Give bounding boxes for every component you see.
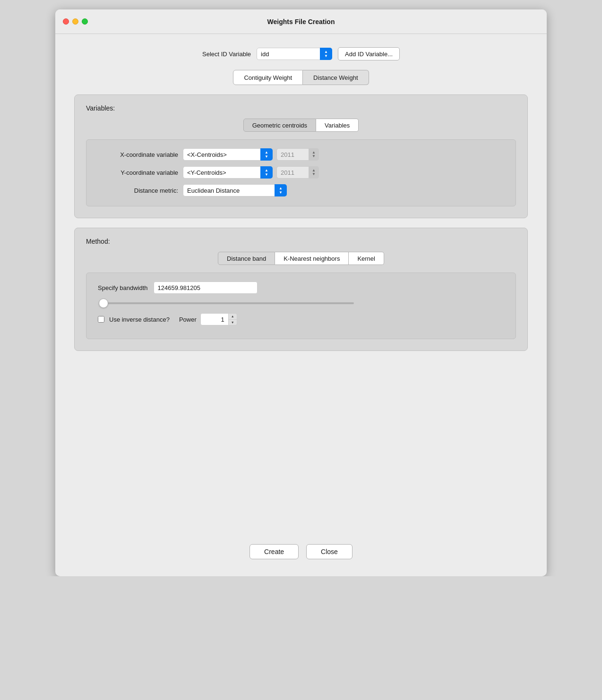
power-spinners[interactable]: ▲ ▼ [229,313,237,325]
tab-contiguity-weight[interactable]: Contiguity Weight [233,70,303,85]
method-section: Method: Distance band K-Nearest neighbor… [74,228,528,351]
y-year-select[interactable]: 2011 [276,166,319,179]
metric-select[interactable]: Euclidean Distance [183,184,287,196]
method-tabs-row: Distance band K-Nearest neighbors Kernel [86,252,516,265]
method-inner-panel: Specify bandwidth Use inverse distance? … [86,273,516,339]
power-label: Power [179,316,197,323]
add-id-variable-button[interactable]: Add ID Variable... [338,47,400,60]
main-tabs-row: Contiguity Weight Distance Weight [74,70,528,85]
x-year-select[interactable]: 2011 [276,148,319,161]
power-decrement-button[interactable]: ▼ [229,320,237,325]
bandwidth-label: Specify bandwidth [98,284,148,291]
main-window: Weights File Creation Select ID Variable… [55,9,547,576]
method-tab-kernel[interactable]: Kernel [349,252,384,265]
bandwidth-input[interactable] [154,282,258,294]
window-title: Weights File Creation [267,18,335,26]
method-section-label: Method: [86,238,516,245]
y-coordinate-select-wrap: <Y-Centroids> ▲ ▼ [183,166,273,179]
method-tab-k-nearest[interactable]: K-Nearest neighbors [275,252,349,265]
id-variable-label: Select ID Variable [202,51,251,58]
inverse-distance-row: Use inverse distance? Power ▲ ▼ [98,313,504,325]
y-year-select-wrap: 2011 ▲ ▼ [276,166,319,179]
method-tab-distance-band[interactable]: Distance band [218,252,275,265]
power-input-wrap: ▲ ▼ [200,313,237,325]
minimize-window-button[interactable] [72,18,78,25]
sub-tab-geometric-centroids[interactable]: Geometric centroids [243,119,316,132]
variables-inner-panel: X-coordinate variable <X-Centroids> ▲ ▼ … [86,139,516,206]
inverse-distance-label: Use inverse distance? [109,316,170,323]
variables-sub-tabs-row: Geometric centroids Variables [86,119,516,132]
y-coordinate-select[interactable]: <Y-Centroids> [183,166,273,179]
power-input[interactable] [200,313,229,325]
distance-metric-label: Distance metric: [98,187,178,194]
create-button[interactable]: Create [249,544,299,559]
bandwidth-row: Specify bandwidth [98,282,504,294]
x-coordinate-label: X-coordinate variable [98,151,178,158]
id-variable-row: Select ID Variable idd ▲ ▼ Add ID Variab… [74,47,528,60]
title-bar: Weights File Creation [55,9,547,34]
maximize-window-button[interactable] [82,18,88,25]
metric-select-wrap: Euclidean Distance ▲ ▼ [183,184,287,196]
close-button[interactable]: Close [306,544,353,559]
x-year-select-wrap: 2011 ▲ ▼ [276,148,319,161]
sub-tab-variables[interactable]: Variables [316,119,359,132]
traffic-lights [63,18,88,25]
inverse-distance-checkbox[interactable] [98,316,104,323]
tab-distance-weight[interactable]: Distance Weight [303,70,369,85]
footer: Create Close [55,535,547,576]
x-coordinate-row: X-coordinate variable <X-Centroids> ▲ ▼ … [98,148,504,161]
y-coordinate-row: Y-coordinate variable <Y-Centroids> ▲ ▼ … [98,166,504,179]
x-coordinate-select-wrap: <X-Centroids> ▲ ▼ [183,148,273,161]
id-variable-select[interactable]: idd [257,48,332,60]
variables-section-label: Variables: [86,104,516,112]
power-increment-button[interactable]: ▲ [229,314,237,320]
bandwidth-slider[interactable] [99,302,354,304]
y-coordinate-label: Y-coordinate variable [98,169,178,176]
id-select-wrapper: idd ▲ ▼ [257,48,332,60]
slider-row [98,299,504,306]
x-coordinate-select[interactable]: <X-Centroids> [183,148,273,161]
main-content: Select ID Variable idd ▲ ▼ Add ID Variab… [55,34,547,535]
power-wrap: Power ▲ ▼ [179,313,237,325]
close-window-button[interactable] [63,18,69,25]
variables-section: Variables: Geometric centroids Variables… [74,94,528,218]
distance-metric-row: Distance metric: Euclidean Distance ▲ ▼ [98,184,504,196]
